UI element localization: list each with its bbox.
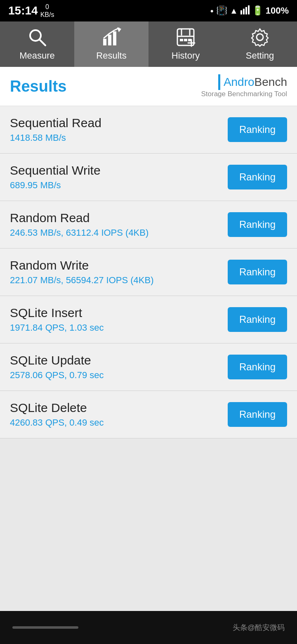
- result-item-sqlite-delete: SQLite Delete 4260.83 QPS, 0.49 sec Rank…: [0, 391, 297, 438]
- svg-rect-3: [248, 5, 250, 14]
- result-value: 1418.58 MB/s: [10, 133, 101, 143]
- vibrate-icon: 📳: [216, 5, 227, 16]
- ranking-button-sqlite-insert[interactable]: Ranking: [228, 307, 287, 332]
- results-list: Sequential Read 1418.58 MB/s Ranking Seq…: [0, 106, 297, 611]
- result-name: SQLite Delete: [10, 401, 104, 415]
- result-name: Sequential Read: [10, 116, 101, 130]
- svg-rect-2: [245, 7, 247, 14]
- battery-icon: 🔋: [252, 5, 263, 16]
- result-name: SQLite Update: [10, 353, 104, 367]
- ranking-button-random-write[interactable]: Ranking: [228, 260, 287, 284]
- results-title: Results: [10, 78, 66, 95]
- tab-results[interactable]: Results: [74, 21, 148, 67]
- result-item-random-write: Random Write 221.07 MB/s, 56594.27 IOPS …: [0, 249, 297, 296]
- status-left: 15:14 0 KB/s: [8, 3, 54, 19]
- svg-rect-1: [243, 9, 245, 14]
- brand-name-part1: Andro: [224, 76, 255, 88]
- svg-rect-8: [113, 31, 116, 45]
- bottom-nav-area: 头条@酷安微码: [12, 611, 285, 644]
- tab-results-label: Results: [96, 50, 126, 61]
- svg-line-5: [40, 40, 45, 45]
- status-time: 15:14: [8, 4, 38, 17]
- status-bar: 15:14 0 KB/s ● 📳 ▲ 🔋 100%: [0, 0, 297, 21]
- nav-tabs: Measure Results History S: [0, 21, 297, 67]
- signal-icon: [240, 5, 250, 17]
- home-indicator: [12, 626, 78, 629]
- tab-history[interactable]: History: [148, 21, 223, 67]
- result-info: Random Write 221.07 MB/s, 56594.27 IOPS …: [10, 258, 154, 286]
- battery-text: 100%: [266, 5, 289, 16]
- result-item-sqlite-insert: SQLite Insert 1971.84 QPS, 1.03 sec Rank…: [0, 296, 297, 343]
- result-name: Random Read: [10, 211, 148, 225]
- ranking-button-random-read[interactable]: Ranking: [228, 212, 287, 237]
- brand-accent: AndroBench: [218, 74, 287, 90]
- result-info: SQLite Update 2578.06 QPS, 0.79 sec: [10, 353, 104, 381]
- svg-rect-6: [103, 39, 106, 45]
- tab-measure-label: Measure: [19, 50, 55, 61]
- result-value: 689.95 MB/s: [10, 180, 101, 191]
- brand-name: AndroBench: [224, 76, 287, 89]
- result-value: 4260.83 QPS, 0.49 sec: [10, 417, 104, 428]
- svg-rect-15: [184, 39, 187, 41]
- result-item-sqlite-update: SQLite Update 2578.06 QPS, 0.79 sec Rank…: [0, 343, 297, 391]
- result-info: SQLite Insert 1971.84 QPS, 1.03 sec: [10, 306, 104, 333]
- tab-setting-label: Setting: [246, 50, 274, 61]
- result-value: 2578.06 QPS, 0.79 sec: [10, 370, 104, 381]
- ranking-button-sequential-read[interactable]: Ranking: [228, 117, 287, 142]
- result-item-random-read: Random Read 246.53 MB/s, 63112.4 IOPS (4…: [0, 201, 297, 249]
- wifi-icon: ▲: [230, 6, 238, 16]
- result-name: Random Write: [10, 258, 154, 272]
- ranking-button-sqlite-delete[interactable]: Ranking: [228, 402, 287, 427]
- result-info: Sequential Read 1418.58 MB/s: [10, 116, 101, 143]
- bottom-watermark: 头条@酷安微码: [233, 623, 285, 632]
- result-name: SQLite Insert: [10, 306, 104, 320]
- tab-setting[interactable]: Setting: [223, 21, 297, 67]
- status-icons: ● 📳 ▲ 🔋 100%: [210, 5, 289, 17]
- ranking-button-sequential-write[interactable]: Ranking: [228, 165, 287, 189]
- brand-subtitle: Storage Benchmarking Tool: [201, 90, 287, 98]
- svg-rect-0: [240, 10, 242, 14]
- ranking-button-sqlite-update[interactable]: Ranking: [228, 355, 287, 379]
- result-info: Random Read 246.53 MB/s, 63112.4 IOPS (4…: [10, 211, 148, 238]
- dot-icon: ●: [210, 7, 213, 14]
- results-header: Results AndroBench Storage Benchmarking …: [0, 67, 297, 106]
- svg-point-19: [257, 34, 263, 40]
- result-item-sequential-read: Sequential Read 1418.58 MB/s Ranking: [0, 106, 297, 154]
- status-kb: 0 KB/s: [40, 3, 54, 19]
- bottom-bar: 头条@酷安微码: [0, 611, 297, 644]
- brand-name-part2: Bench: [255, 76, 287, 88]
- result-info: SQLite Delete 4260.83 QPS, 0.49 sec: [10, 401, 104, 428]
- tab-measure[interactable]: Measure: [0, 21, 74, 67]
- svg-rect-7: [108, 35, 111, 45]
- brand-bar: [218, 74, 220, 90]
- result-value: 221.07 MB/s, 56594.27 IOPS (4KB): [10, 275, 154, 286]
- result-value: 1971.84 QPS, 1.03 sec: [10, 322, 104, 333]
- svg-rect-14: [180, 39, 183, 41]
- result-name: Sequential Write: [10, 163, 101, 178]
- brand-logo: AndroBench Storage Benchmarking Tool: [201, 74, 287, 98]
- tab-history-label: History: [172, 50, 200, 61]
- result-info: Sequential Write 689.95 MB/s: [10, 163, 101, 191]
- result-value: 246.53 MB/s, 63112.4 IOPS (4KB): [10, 227, 148, 238]
- result-item-sequential-write: Sequential Write 689.95 MB/s Ranking: [0, 154, 297, 201]
